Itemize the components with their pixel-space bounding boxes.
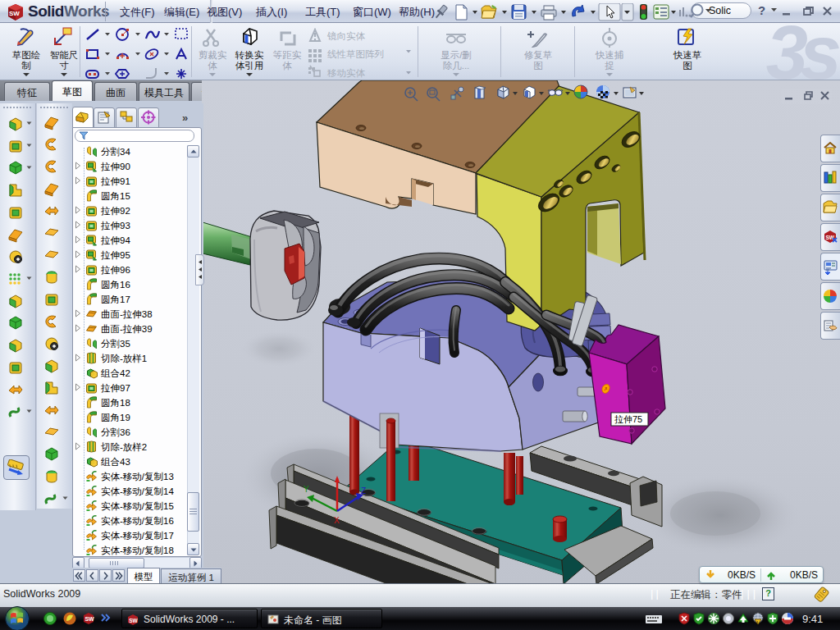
svg-text:X: X (334, 516, 340, 525)
svg-text:拉伸75: 拉伸75 (614, 414, 642, 424)
svg-text:SW: SW (9, 10, 20, 17)
svg-text:Z: Z (361, 486, 366, 495)
svg-text:SW: SW (129, 618, 138, 623)
svg-text:Y: Y (304, 485, 309, 494)
svg-text:SW: SW (84, 616, 94, 622)
